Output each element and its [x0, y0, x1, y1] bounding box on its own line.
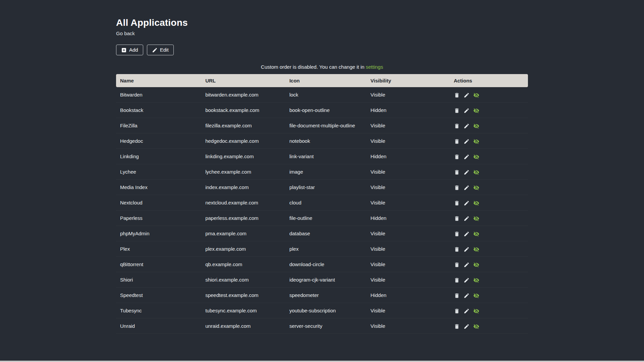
toolbar: Add Edit [116, 45, 528, 55]
delete-button[interactable] [454, 323, 460, 329]
toggle-visibility-button[interactable] [473, 200, 479, 206]
edit-row-button[interactable] [464, 138, 470, 144]
app-visibility: Visible [367, 133, 450, 149]
app-name: Hedgedoc [116, 133, 201, 149]
settings-applications-page: All Applications Go back Add Edit Custom… [116, 0, 528, 334]
toggle-visibility-button[interactable] [473, 185, 479, 191]
app-url: nextcloud.example.com [201, 195, 285, 210]
delete-button[interactable] [454, 308, 460, 314]
table-header: Name URL Icon Visibility Actions [116, 74, 528, 87]
delete-button[interactable] [454, 138, 460, 144]
pencil-icon [464, 123, 470, 129]
toggle-visibility-button[interactable] [473, 216, 479, 222]
toggle-visibility-button[interactable] [473, 108, 479, 114]
app-visibility: Visible [367, 303, 450, 318]
app-url: speedtest.example.com [201, 288, 285, 303]
edit-row-button[interactable] [464, 246, 470, 252]
toggle-visibility-button[interactable] [473, 323, 479, 329]
edit-button-label: Edit [160, 47, 169, 53]
edit-row-button[interactable] [464, 293, 470, 299]
edit-row-button[interactable] [464, 262, 470, 268]
column-header-url: URL [201, 74, 285, 87]
toggle-visibility-button[interactable] [473, 246, 479, 252]
toggle-visibility-button[interactable] [473, 123, 479, 129]
trash-icon [454, 108, 460, 114]
toggle-visibility-button[interactable] [473, 231, 479, 237]
edit-row-button[interactable] [464, 123, 470, 129]
delete-button[interactable] [454, 169, 460, 175]
eye-off-icon [473, 138, 479, 144]
toggle-visibility-button[interactable] [473, 262, 479, 268]
app-name: phpMyAdmin [116, 226, 201, 241]
edit-row-button[interactable] [464, 277, 470, 283]
eye-off-icon [473, 108, 479, 114]
eye-off-icon [473, 323, 479, 329]
trash-icon [454, 185, 460, 191]
edit-row-button[interactable] [464, 185, 470, 191]
table-row: Plex plex.example.com plex Visible [116, 241, 528, 257]
pencil-icon [152, 47, 158, 53]
edit-row-button[interactable] [464, 108, 470, 114]
edit-button[interactable]: Edit [147, 45, 174, 55]
go-back-link[interactable]: Go back [116, 31, 135, 36]
delete-button[interactable] [454, 185, 460, 191]
app-visibility: Visible [367, 118, 450, 133]
row-actions [450, 149, 528, 164]
toggle-visibility-button[interactable] [473, 92, 479, 98]
pencil-icon [464, 200, 470, 206]
pencil-icon [464, 293, 470, 299]
app-name: Linkding [116, 149, 201, 164]
edit-row-button[interactable] [464, 231, 470, 237]
eye-off-icon [473, 277, 479, 283]
delete-button[interactable] [454, 200, 460, 206]
toggle-visibility-button[interactable] [473, 277, 479, 283]
delete-button[interactable] [454, 123, 460, 129]
edit-row-button[interactable] [464, 154, 470, 160]
row-actions [450, 103, 528, 118]
delete-button[interactable] [454, 108, 460, 114]
delete-button[interactable] [454, 262, 460, 268]
delete-button[interactable] [454, 277, 460, 283]
trash-icon [454, 277, 460, 283]
edit-row-button[interactable] [464, 200, 470, 206]
edit-row-button[interactable] [464, 169, 470, 175]
app-icon-name: ideogram-cjk-variant [285, 272, 367, 288]
eye-off-icon [473, 200, 479, 206]
app-icon-name: file-document-multiple-outline [285, 118, 367, 133]
row-actions [450, 226, 528, 241]
pencil-icon [464, 246, 470, 252]
app-name: Lychee [116, 164, 201, 180]
toggle-visibility-button[interactable] [473, 293, 479, 299]
edit-row-button[interactable] [464, 216, 470, 222]
delete-button[interactable] [454, 246, 460, 252]
delete-button[interactable] [454, 231, 460, 237]
eye-off-icon [473, 231, 479, 237]
delete-button[interactable] [454, 216, 460, 222]
add-button[interactable]: Add [116, 45, 143, 55]
toggle-visibility-button[interactable] [473, 154, 479, 160]
edit-row-button[interactable] [464, 308, 470, 314]
app-icon-name: cloud [285, 195, 367, 210]
table-row: Bitwarden bitwarden.example.com lock Vis… [116, 87, 528, 103]
delete-button[interactable] [454, 92, 460, 98]
app-url: plex.example.com [201, 241, 285, 257]
eye-off-icon [473, 185, 479, 191]
app-url: tubesync.example.com [201, 303, 285, 318]
toggle-visibility-button[interactable] [473, 308, 479, 314]
trash-icon [454, 293, 460, 299]
toggle-visibility-button[interactable] [473, 169, 479, 175]
eye-off-icon [473, 123, 479, 129]
delete-button[interactable] [454, 293, 460, 299]
edit-row-button[interactable] [464, 92, 470, 98]
row-actions [450, 272, 528, 288]
app-visibility: Hidden [367, 210, 450, 226]
row-actions [450, 195, 528, 210]
delete-button[interactable] [454, 154, 460, 160]
pencil-icon [464, 216, 470, 222]
app-visibility: Visible [367, 318, 450, 334]
app-visibility: Hidden [367, 103, 450, 118]
app-visibility: Visible [367, 272, 450, 288]
toggle-visibility-button[interactable] [473, 138, 479, 144]
settings-link[interactable]: settings [366, 64, 383, 70]
edit-row-button[interactable] [464, 323, 470, 329]
